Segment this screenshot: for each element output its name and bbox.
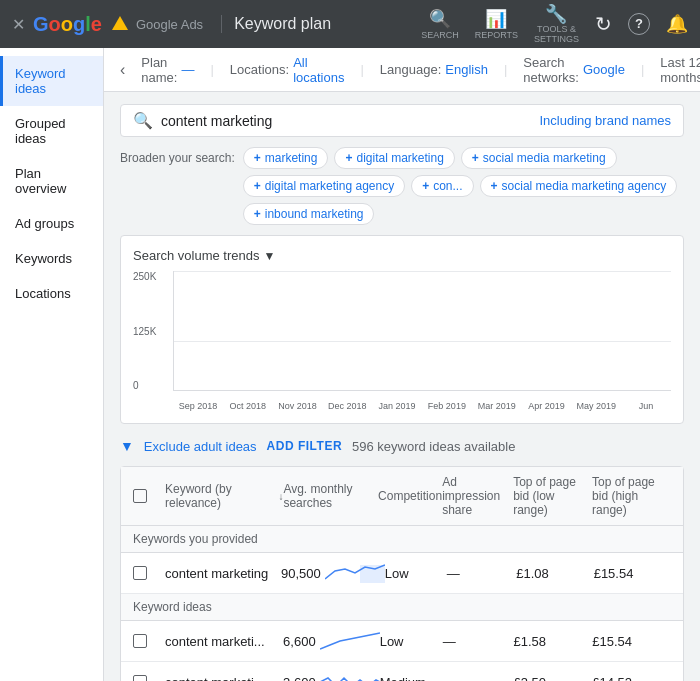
chart-label-7: Apr 2019 — [522, 401, 572, 411]
top-bar: ✕ Google Google Ads Keyword plan 🔍 SEARC… — [0, 0, 700, 48]
broaden-tag-inbound[interactable]: + inbound marketing — [243, 203, 375, 225]
tools-button[interactable]: 🔧 TOOLS &SETTINGS — [534, 3, 579, 45]
header-competition: Competition — [378, 489, 442, 503]
notifications-button[interactable]: 🔔 — [666, 13, 688, 35]
idea-keyword-0: content marketi... — [165, 634, 283, 649]
chart-wrapper: 250K 125K 0 Sep 2018Oct 2018Nov 2018Dec … — [133, 271, 671, 411]
chart-label-2: Nov 2018 — [273, 401, 323, 411]
provided-monthly-0: 90,500 — [281, 561, 385, 585]
chart-dropdown-icon: ▼ — [263, 249, 275, 263]
header-bid-low: Top of page bid (low range) — [513, 475, 592, 517]
close-button[interactable]: ✕ — [12, 15, 25, 34]
broaden-tag-digital-agency[interactable]: + digital marketing agency — [243, 175, 405, 197]
idea-checkbox-1[interactable] — [133, 675, 147, 681]
results-table: Keyword (by relevance) ↓ Avg. monthly se… — [120, 466, 684, 681]
filter-row: ▼ Exclude adult ideas ADD FILTER 596 key… — [120, 434, 684, 458]
chart-title[interactable]: Search volume trends ▼ — [133, 248, 671, 263]
chart-y-axis: 250K 125K 0 — [133, 271, 169, 391]
broaden-tag-social-media-marketing[interactable]: + social media marketing — [461, 147, 617, 169]
chart-section: Search volume trends ▼ 250K 125K 0 — [120, 235, 684, 424]
chart-label-3: Dec 2018 — [322, 401, 372, 411]
language-item: Language: English — [380, 62, 488, 77]
idea-row-0: content marketi... 6,600 Low — £1.58 £15… — [121, 621, 683, 662]
refresh-button[interactable]: ↻ — [595, 12, 612, 36]
chart-label-4: Jan 2019 — [372, 401, 422, 411]
chart-bars — [173, 271, 671, 391]
idea-trend-1 — [320, 670, 380, 681]
search-button[interactable]: 🔍 SEARCH — [421, 8, 459, 40]
help-button[interactable]: ? — [628, 13, 650, 35]
plan-name-item: Plan name: — — [141, 55, 194, 85]
content-area: 🔍 content marketing Including brand name… — [104, 92, 700, 681]
plan-bar: ‹ Plan name: — | Locations: All location… — [104, 48, 700, 92]
row-checkbox[interactable] — [133, 566, 147, 580]
search-value: content marketing — [161, 113, 531, 129]
broaden-tags: + marketing + digital marketing + social… — [243, 147, 684, 225]
provided-bid-high-0: £15.54 — [594, 566, 671, 581]
header-checkbox-cell — [133, 489, 165, 503]
sidebar-item-keywords[interactable]: Keywords — [0, 241, 103, 276]
idea-trend-0 — [320, 629, 380, 653]
locations-item: Locations: All locations — [230, 55, 345, 85]
ideas-section-label: Keyword ideas — [121, 594, 683, 621]
app-logo: Google Google Ads — [33, 13, 203, 36]
chart-label-6: Mar 2019 — [472, 401, 522, 411]
provided-row-0: content marketing 90,500 Low — £1.08 £15… — [121, 553, 683, 594]
chart-label-9: Jun — [621, 401, 671, 411]
chart-label-5: Feb 2019 — [422, 401, 472, 411]
search-icon: 🔍 — [133, 111, 153, 130]
broaden-tag-social-agency[interactable]: + social media marketing agency — [480, 175, 678, 197]
sidebar: Keyword ideas Grouped ideas Plan overvie… — [0, 48, 104, 681]
select-all-checkbox[interactable] — [133, 489, 147, 503]
idea-row-1: content marketi... 3,600 Medium — £3.50 … — [121, 662, 683, 681]
app-name: Google Ads — [136, 17, 203, 32]
provided-trend-0 — [325, 561, 385, 585]
header-bid-high: Top of page bid (high range) — [592, 475, 671, 517]
sidebar-item-grouped-ideas[interactable]: Grouped ideas — [0, 106, 103, 156]
sidebar-item-locations[interactable]: Locations — [0, 276, 103, 311]
main-layout: Keyword ideas Grouped ideas Plan overvie… — [0, 48, 700, 681]
exclude-adult-link[interactable]: Exclude adult ideas — [144, 439, 257, 454]
table-header: Keyword (by relevance) ↓ Avg. monthly se… — [121, 467, 683, 526]
provided-keyword-0: content marketing — [165, 566, 281, 581]
provided-impression-0: — — [447, 566, 517, 581]
header-monthly: Avg. monthly searches — [283, 482, 378, 510]
main-content: ‹ Plan name: — | Locations: All location… — [104, 48, 700, 681]
provided-section-label: Keywords you provided — [121, 526, 683, 553]
page-title: Keyword plan — [221, 15, 331, 33]
broaden-tag-marketing[interactable]: + marketing — [243, 147, 329, 169]
provided-bid-low-0: £1.08 — [516, 566, 593, 581]
broaden-label: Broaden your search: — [120, 147, 235, 165]
svg-rect-0 — [360, 565, 385, 583]
idea-monthly-0: 6,600 — [283, 629, 380, 653]
idea-checkbox-0[interactable] — [133, 634, 147, 648]
header-impression: Ad impression share — [442, 475, 513, 517]
sidebar-item-keyword-ideas[interactable]: Keyword ideas — [0, 56, 103, 106]
chart-labels: Sep 2018Oct 2018Nov 2018Dec 2018Jan 2019… — [173, 401, 671, 411]
header-keyword[interactable]: Keyword (by relevance) ↓ — [165, 482, 283, 510]
broaden-search: Broaden your search: + marketing + digit… — [120, 147, 684, 225]
chart-label-8: May 2019 — [571, 401, 621, 411]
reports-button[interactable]: 📊 REPORTS — [475, 8, 518, 40]
top-bar-icons: 🔍 SEARCH 📊 REPORTS 🔧 TOOLS &SETTINGS ↻ ?… — [421, 3, 688, 45]
add-filter-button[interactable]: ADD FILTER — [267, 439, 342, 453]
broaden-tag-more[interactable]: + con... — [411, 175, 473, 197]
sidebar-item-plan-overview[interactable]: Plan overview — [0, 156, 103, 206]
search-bar[interactable]: 🔍 content marketing Including brand name… — [120, 104, 684, 137]
provided-comp-0: Low — [385, 566, 447, 581]
chart-label-1: Oct 2018 — [223, 401, 273, 411]
keyword-count: 596 keyword ideas available — [352, 439, 515, 454]
sidebar-item-ad-groups[interactable]: Ad groups — [0, 206, 103, 241]
brand-names-link[interactable]: Including brand names — [539, 113, 671, 128]
chart-label-0: Sep 2018 — [173, 401, 223, 411]
filter-icon: ▼ — [120, 438, 134, 454]
plan-nav-left[interactable]: ‹ — [120, 61, 125, 79]
idea-monthly-1: 3,600 — [283, 670, 380, 681]
idea-keyword-1: content marketi... — [165, 675, 283, 682]
network-item: Search networks: Google — [523, 55, 625, 85]
broaden-tag-digital-marketing[interactable]: + digital marketing — [334, 147, 454, 169]
